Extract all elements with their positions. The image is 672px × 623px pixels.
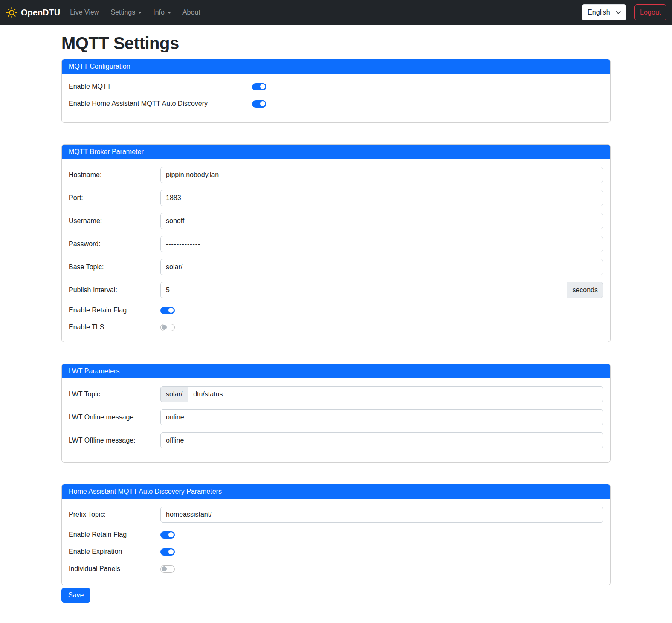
password-label: Password:: [69, 239, 160, 249]
publish-interval-row: Publish Interval: seconds: [69, 282, 603, 298]
language-select[interactable]: English: [582, 4, 626, 20]
nav-about[interactable]: About: [182, 9, 200, 16]
card-header: MQTT Broker Parameter: [62, 145, 610, 159]
enable-mqtt-row: Enable MQTT: [69, 82, 603, 92]
card-body: Hostname: Port: Username: Password:: [62, 159, 610, 342]
base-topic-input[interactable]: [160, 259, 603, 275]
save-button[interactable]: Save: [61, 588, 90, 603]
lwt-offline-label: LWT Offline message:: [69, 435, 160, 445]
card-mqtt-broker-parameter: MQTT Broker Parameter Hostname: Port: Us…: [61, 144, 611, 342]
nav-settings[interactable]: Settings: [110, 9, 142, 16]
port-input[interactable]: [160, 190, 603, 206]
card-body: LWT Topic: solar/ LWT Online message: LW…: [62, 378, 610, 462]
lwt-topic-label: LWT Topic:: [69, 389, 160, 399]
port-label: Port:: [69, 193, 160, 203]
navbar: OpenDTU Live View Settings Info About En…: [0, 0, 672, 25]
main-content: MQTT Settings MQTT Configuration Enable …: [61, 34, 611, 613]
sun-icon: [6, 7, 17, 18]
enable-hass-discovery-row: Enable Home Assistant MQTT Auto Discover…: [69, 99, 603, 109]
card-hass-discovery-parameters: Home Assistant MQTT Auto Discovery Param…: [61, 484, 611, 585]
lwt-online-input[interactable]: [160, 409, 603, 425]
card-lwt-parameters: LWT Parameters LWT Topic: solar/ LWT Onl…: [61, 364, 611, 463]
prefix-topic-row: Prefix Topic:: [69, 507, 603, 523]
individual-panels-row: Individual Panels: [69, 564, 603, 574]
username-label: Username:: [69, 216, 160, 226]
lwt-online-label: LWT Online message:: [69, 412, 160, 422]
card-header: MQTT Configuration: [62, 59, 610, 74]
card-header: LWT Parameters: [62, 364, 610, 378]
hass-expiration-switch[interactable]: [160, 548, 175, 556]
lwt-topic-row: LWT Topic: solar/: [69, 386, 603, 402]
tls-switch[interactable]: [160, 324, 175, 331]
chevron-down-icon: [615, 9, 621, 15]
lwt-offline-row: LWT Offline message:: [69, 432, 603, 448]
hostname-label: Hostname:: [69, 170, 160, 180]
logout-button[interactable]: Logout: [634, 4, 666, 20]
enable-mqtt-switch[interactable]: [252, 83, 266, 90]
hostname-input[interactable]: [160, 167, 603, 183]
hass-retain-row: Enable Retain Flag: [69, 530, 603, 540]
card-body: Enable MQTT Enable Home Assistant MQTT A…: [62, 74, 610, 122]
enable-mqtt-label: Enable MQTT: [69, 82, 252, 92]
navbar-right: English Logout: [582, 4, 666, 20]
publish-interval-label: Publish Interval:: [69, 285, 160, 295]
individual-panels-switch[interactable]: [160, 565, 175, 573]
lwt-online-row: LWT Online message:: [69, 409, 603, 425]
hass-retain-switch[interactable]: [160, 531, 175, 539]
enable-hass-discovery-label: Enable Home Assistant MQTT Auto Discover…: [69, 99, 252, 109]
lwt-topic-prefix: solar/: [160, 386, 188, 402]
nav-about-label: About: [182, 9, 200, 16]
publish-interval-unit: seconds: [567, 282, 603, 298]
language-selected-value: English: [588, 9, 610, 16]
hass-expiration-row: Enable Expiration: [69, 547, 603, 557]
base-topic-row: Base Topic:: [69, 259, 603, 275]
card-body: Prefix Topic: Enable Retain Flag Enable …: [62, 499, 610, 585]
nav-live-view-label: Live View: [70, 9, 99, 16]
prefix-topic-input[interactable]: [160, 507, 603, 523]
tls-row: Enable TLS: [69, 322, 603, 332]
card-header: Home Assistant MQTT Auto Discovery Param…: [62, 484, 610, 499]
retain-flag-switch[interactable]: [160, 307, 175, 314]
chevron-down-icon: [168, 12, 171, 14]
hass-retain-label: Enable Retain Flag: [69, 530, 160, 540]
nav-settings-label: Settings: [110, 9, 135, 16]
retain-flag-label: Enable Retain Flag: [69, 305, 160, 315]
password-row: Password:: [69, 236, 603, 252]
retain-flag-row: Enable Retain Flag: [69, 305, 603, 315]
tls-label: Enable TLS: [69, 322, 160, 332]
chevron-down-icon: [138, 12, 142, 14]
lwt-topic-input[interactable]: [188, 386, 603, 402]
username-input[interactable]: [160, 213, 603, 229]
publish-interval-input[interactable]: [160, 282, 567, 298]
nav-info[interactable]: Info: [153, 9, 171, 16]
hostname-row: Hostname:: [69, 167, 603, 183]
enable-hass-discovery-switch[interactable]: [252, 100, 266, 108]
nav-info-label: Info: [153, 9, 165, 16]
brand-label: OpenDTU: [21, 8, 60, 17]
lwt-offline-input[interactable]: [160, 432, 603, 448]
prefix-topic-label: Prefix Topic:: [69, 509, 160, 520]
port-row: Port:: [69, 190, 603, 206]
page-title: MQTT Settings: [61, 34, 611, 53]
card-mqtt-configuration: MQTT Configuration Enable MQTT Enable Ho…: [61, 59, 611, 123]
nav-live-view[interactable]: Live View: [70, 9, 99, 16]
nav-links: Live View Settings Info About: [70, 9, 212, 16]
base-topic-label: Base Topic:: [69, 262, 160, 272]
brand-link[interactable]: OpenDTU: [6, 7, 60, 18]
hass-expiration-label: Enable Expiration: [69, 547, 160, 557]
individual-panels-label: Individual Panels: [69, 564, 160, 574]
username-row: Username:: [69, 213, 603, 229]
password-input[interactable]: [160, 236, 603, 252]
